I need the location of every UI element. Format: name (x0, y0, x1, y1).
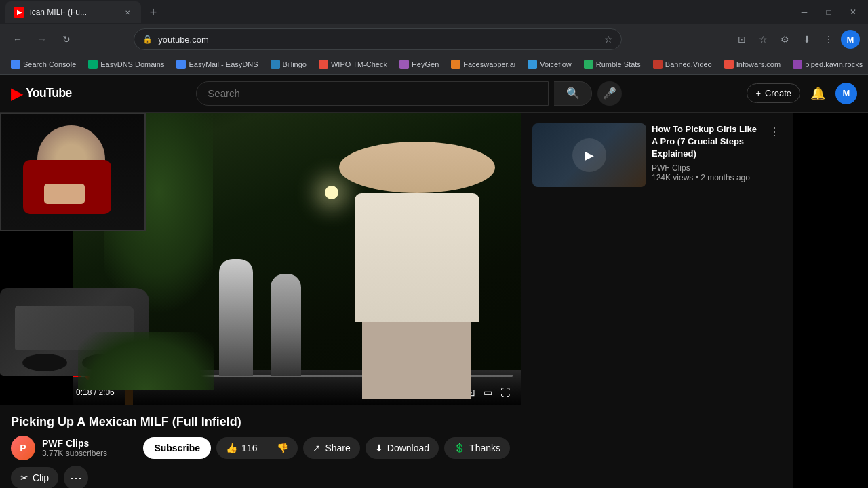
thumbs-up-icon: 👍 (226, 443, 237, 453)
search-wrapper: 🔍 🎤 (82, 81, 736, 106)
like-count: 116 (241, 443, 257, 453)
tab-close-button[interactable]: ✕ (122, 7, 133, 18)
bookmark-icon[interactable]: ☆ (754, 30, 773, 49)
like-section[interactable]: 👍 116 (216, 437, 267, 459)
extension-icon[interactable]: ⚙ (776, 30, 795, 49)
video-info: Picking Up A Mexican MILF (Full Infield)… (0, 405, 521, 488)
video-player[interactable]: PEGRO (0, 113, 521, 405)
youtube-logo-text: YouTube (26, 86, 71, 100)
youtube-profile-avatar[interactable]: M (835, 83, 857, 104)
active-tab[interactable]: ▶ ican MILF (Fu... ✕ (5, 1, 141, 23)
maximize-icon[interactable]: □ (819, 3, 838, 22)
bookmark-piped[interactable]: piped.kavin.rocks (787, 58, 868, 70)
back-button[interactable]: ← (8, 30, 27, 49)
youtube-app: ▶ YouTube 🔍 🎤 + Create 🔔 M (0, 75, 868, 488)
bookmark-rumble[interactable]: Rumble Stats (578, 58, 646, 70)
bookmark-favicon (271, 60, 280, 69)
share-button[interactable]: ↗ Share (303, 437, 359, 459)
youtube-notifications-button[interactable]: 🔔 (806, 81, 830, 106)
bookmark-favicon (584, 60, 593, 69)
bookmark-favicon (399, 60, 409, 69)
new-tab-button[interactable]: + (144, 3, 163, 22)
rec-options-button[interactable]: ⋮ (766, 123, 783, 140)
scene-person-bg1 (219, 259, 253, 376)
youtube-logo[interactable]: ▶ YouTube (11, 84, 71, 103)
toolbar-right: ⊡ ☆ ⚙ ⬇ ⋮ M (732, 30, 860, 49)
star-icon[interactable]: ☆ (604, 34, 613, 45)
video-actions: P PWF Clips 3.77K subscribers Subscribe … (11, 436, 510, 488)
thumbs-down-icon: 👎 (277, 443, 288, 453)
bookmark-billingo[interactable]: Billingo (265, 58, 312, 70)
thanks-icon: 💲 (454, 443, 465, 453)
bookmark-favicon (724, 60, 734, 69)
lock-icon: 🔒 (142, 35, 153, 44)
cast-icon[interactable]: ⊡ (732, 30, 751, 49)
bookmark-easymail[interactable]: EasyMail - EasyDNS (171, 58, 263, 70)
bookmark-banned[interactable]: Banned.Video (648, 58, 717, 70)
bookmark-infowars[interactable]: Infowars.com (719, 58, 786, 70)
toolbar: ← → ↻ 🔒 ☆ ⊡ ☆ ⚙ ⬇ ⋮ M (0, 24, 868, 54)
thanks-button[interactable]: 💲 Thanks (444, 437, 510, 459)
channel-avatar[interactable]: P (11, 436, 35, 460)
recommendation-item[interactable]: ▶ How To Pickup Girls Like A Pro (7 Cruc… (527, 118, 788, 192)
video-section: PEGRO (0, 113, 521, 488)
minimize-icon[interactable]: ─ (795, 3, 814, 22)
browser-chrome: ▶ ican MILF (Fu... ✕ + ─ □ ✕ ← → ↻ 🔒 ☆ ⊡… (0, 0, 868, 75)
search-icon: 🔍 (566, 87, 580, 100)
channel-info: P PWF Clips 3.77K subscribers (11, 436, 107, 460)
youtube-main: PEGRO (0, 113, 868, 488)
scene-person-bg2 (271, 274, 301, 376)
bookmark-favicon (176, 60, 186, 69)
close-window-icon[interactable]: ✕ (844, 3, 863, 22)
video-title: Picking Up A Mexican MILF (Full Infield) (11, 413, 510, 430)
bookmark-heygen[interactable]: HeyGen (394, 58, 444, 70)
like-dislike-button[interactable]: 👍 116 👎 (216, 437, 298, 459)
bookmark-search-console[interactable]: Search Console (5, 58, 81, 70)
more-icon[interactable]: ⋮ (819, 30, 838, 49)
fullscreen-button[interactable]: ⛶ (498, 384, 513, 401)
tab-bar: ▶ ican MILF (Fu... ✕ + ─ □ ✕ (0, 0, 868, 24)
subscribe-button[interactable]: Subscribe (143, 437, 211, 459)
bookmark-easydns[interactable]: EasyDNS Domains (83, 58, 170, 70)
youtube-header: ▶ YouTube 🔍 🎤 + Create 🔔 M (0, 75, 868, 113)
mic-icon: 🎤 (603, 87, 616, 100)
share-icon: ↗ (313, 443, 321, 453)
download-button[interactable]: ⬇ Download (366, 437, 439, 459)
dislike-section[interactable]: 👎 (267, 437, 298, 459)
youtube-header-right: + Create 🔔 M (747, 81, 857, 106)
window-controls: ─ □ ✕ (795, 3, 863, 22)
clip-icon: ✂ (20, 472, 28, 483)
youtube-mic-button[interactable]: 🎤 (597, 81, 622, 106)
bookmark-wipo[interactable]: WIPO TM-Check (313, 58, 393, 70)
video-player-container: PEGRO (0, 113, 521, 405)
youtube-logo-icon: ▶ (11, 84, 23, 103)
rec-thumb-bg: ▶ (532, 123, 646, 187)
bookmark-faceswapper[interactable]: Faceswapper.ai (446, 58, 521, 70)
rec-meta: 124K views • 2 months ago (652, 173, 761, 182)
webcam-hand (44, 184, 85, 204)
youtube-search-button[interactable]: 🔍 (554, 81, 592, 106)
youtube-create-button[interactable]: + Create (747, 83, 800, 103)
rec-thumb-icon: ▶ (572, 138, 606, 172)
reload-button[interactable]: ↻ (57, 30, 76, 49)
sidebar-recommendations: ▶ How To Pickup Girls Like A Pro (7 Cruc… (521, 113, 793, 198)
channel-details: PWF Clips 3.77K subscribers (42, 438, 107, 458)
bookmark-favicon (11, 60, 20, 69)
browser-profile-avatar[interactable]: M (841, 30, 860, 49)
rec-channel: PWF Clips (652, 163, 761, 173)
more-actions-button[interactable]: ⋯ (64, 466, 88, 488)
tab-title: ican MILF (Fu... (30, 7, 117, 17)
webcam-overlay (0, 113, 146, 231)
youtube-sidebar: ▶ How To Pickup Girls Like A Pro (7 Cruc… (521, 113, 793, 488)
address-input[interactable] (158, 35, 599, 45)
bookmark-favicon (319, 60, 328, 69)
clip-button[interactable]: ✂ Clip (11, 467, 58, 488)
youtube-search-box[interactable] (196, 81, 549, 106)
download-icon[interactable]: ⬇ (797, 30, 816, 49)
youtube-search-input[interactable] (208, 87, 537, 99)
address-bar[interactable]: 🔒 ☆ (134, 28, 622, 50)
bookmark-voiceflow[interactable]: Voiceflow (522, 58, 576, 70)
rec-title: How To Pickup Girls Like A Pro (7 Crucia… (652, 123, 761, 161)
forward-button[interactable]: → (33, 30, 52, 49)
car-wheel-left (22, 354, 67, 371)
